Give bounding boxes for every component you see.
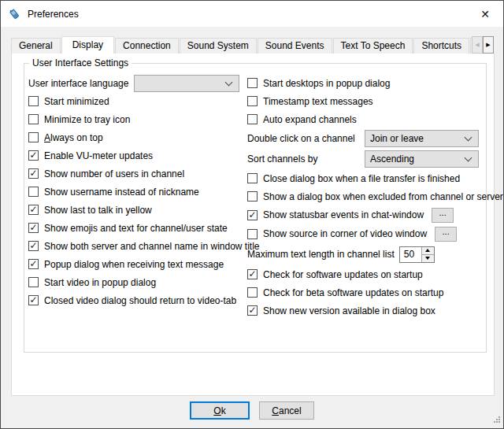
checkbox-label: Show emojis and text for channel/user st… — [44, 223, 228, 234]
checkbox-unchecked[interactable] — [28, 96, 39, 106]
checkbox-label: Always on top — [44, 132, 103, 143]
checkbox-checked[interactable] — [28, 150, 39, 161]
checkbox-label: Check for software updates on startup — [263, 269, 423, 280]
double-click-row: Double click on a channel Join or leave — [247, 128, 479, 149]
right-checklist-top: Start desktops in popup dialogTimestamp … — [247, 74, 479, 128]
language-combobox[interactable] — [134, 75, 239, 92]
checkbox-unchecked[interactable] — [28, 277, 39, 287]
double-click-combobox[interactable]: Join or leave — [365, 130, 479, 147]
checkbox-row: Timestamp text messages — [247, 92, 479, 110]
checkbox-label: Show source in corner of video window — [263, 228, 427, 239]
ellipsis-button[interactable]: ... — [435, 227, 457, 242]
spin-down-button[interactable] — [422, 255, 434, 262]
tab-sound-system[interactable]: Sound System — [180, 38, 257, 54]
checkbox-row: Show source in corner of video window... — [247, 224, 479, 243]
group-title: User Interface Settings — [29, 57, 132, 68]
checkbox-checked[interactable] — [28, 259, 39, 269]
checkbox-unchecked[interactable] — [28, 187, 39, 197]
resize-grip[interactable] — [492, 415, 501, 426]
checkbox-row: Start desktops in popup dialog — [247, 74, 479, 92]
sort-channels-combobox[interactable]: Ascending — [365, 150, 479, 168]
tab-text-to-speech[interactable]: Text To Speech — [333, 38, 413, 54]
tab-bar: GeneralDisplayConnectionSound SystemSoun… — [11, 36, 475, 54]
checkbox-unchecked[interactable] — [247, 96, 258, 106]
checkbox-row: Show a dialog box when excluded from cha… — [247, 187, 479, 205]
tab-scrollers: ◀ ▶ — [472, 36, 494, 54]
checkbox-unchecked[interactable] — [247, 173, 258, 183]
checkbox-label: Popup dialog when receiving text message — [44, 259, 224, 270]
cancel-button[interactable]: Cancel — [259, 401, 314, 420]
checkbox-checked[interactable] — [28, 205, 39, 215]
checkbox-label: Show number of users in channel — [44, 168, 184, 179]
tab-scroll-right-button[interactable]: ▶ — [483, 36, 494, 54]
checkbox-label: Show statusbar events in chat-window — [263, 209, 424, 220]
checkbox-checked[interactable] — [28, 223, 39, 233]
checkbox-row: Close dialog box when a file transfer is… — [247, 169, 479, 187]
checkbox-unchecked[interactable] — [247, 229, 258, 239]
ellipsis-button[interactable]: ... — [432, 208, 454, 223]
checkbox-label: Closed video dialog should return to vid… — [44, 295, 236, 306]
checkbox-label: Timestamp text messages — [263, 96, 373, 107]
spin-down-icon — [425, 257, 430, 260]
tab-scroll-left-button[interactable]: ◀ — [472, 36, 483, 54]
checkbox-row: Show both server and channel name in win… — [28, 237, 239, 255]
max-text-length-value: 50 — [400, 247, 421, 262]
chevron-down-icon — [465, 134, 472, 142]
sort-channels-value: Ascending — [365, 153, 414, 165]
checkbox-checked[interactable] — [28, 295, 39, 305]
checkbox-checked[interactable] — [247, 269, 258, 279]
checkbox-unchecked[interactable] — [28, 132, 39, 142]
checkbox-checked[interactable] — [247, 210, 258, 220]
max-text-length-spinbox[interactable]: 50 — [399, 246, 435, 263]
tab-shortcuts[interactable]: Shortcuts — [413, 38, 469, 54]
ok-button[interactable]: Ok — [190, 401, 250, 420]
checkbox-label: Start minimized — [44, 96, 109, 107]
max-text-length-row: Maximum text length in channel list 50 — [247, 243, 479, 265]
close-button[interactable]: ✕ — [475, 4, 495, 24]
checkbox-checked[interactable] — [247, 305, 258, 316]
checkbox-row: Show emojis and text for channel/user st… — [28, 219, 239, 237]
checkbox-label: Start desktops in popup dialog — [263, 78, 390, 89]
language-row: User interface language — [28, 74, 239, 92]
display-tab-page: User Interface Settings User interface l… — [11, 53, 495, 396]
checkbox-unchecked[interactable] — [247, 114, 258, 124]
window-title: Preferences — [28, 9, 79, 20]
checkbox-row: Always on top — [28, 128, 239, 146]
checkbox-row: Popup dialog when receiving text message — [28, 255, 239, 273]
checkbox-checked[interactable] — [28, 241, 39, 251]
double-click-value: Join or leave — [365, 133, 424, 144]
checkbox-label: Check for beta software updates on start… — [263, 287, 443, 298]
checkbox-row: Check for beta software updates on start… — [247, 283, 479, 301]
checkbox-row: Check for software updates on startup — [247, 265, 479, 283]
tab-sound-events[interactable]: Sound Events — [258, 38, 332, 54]
left-column: User interface language Start minimizedM… — [28, 74, 239, 309]
tab-connection[interactable]: Connection — [115, 38, 179, 54]
checkbox-row: Show last to talk in yellow — [28, 201, 239, 219]
checkbox-checked[interactable] — [28, 168, 39, 179]
checkbox-unchecked[interactable] — [247, 191, 258, 202]
language-label: User interface language — [28, 78, 128, 89]
checkbox-unchecked[interactable] — [28, 114, 39, 124]
tab-general[interactable]: General — [11, 38, 61, 54]
sort-channels-label: Sort channels by — [247, 153, 317, 165]
checkbox-row: Start minimized — [28, 92, 239, 110]
title-bar[interactable]: Preferences ✕ — [1, 1, 503, 27]
sort-channels-row: Sort channels by Ascending — [247, 149, 479, 169]
checkbox-row: Show new version available in dialog box — [247, 301, 479, 320]
checkbox-row: Show number of users in channel — [28, 165, 239, 183]
checkbox-label: Show both server and channel name in win… — [44, 241, 260, 252]
checkbox-label: Enable VU-meter updates — [44, 150, 153, 161]
chevron-down-icon — [465, 154, 472, 162]
spin-up-button[interactable] — [422, 247, 434, 255]
checkbox-label: Minimize to tray icon — [44, 114, 130, 125]
checkbox-label: Close dialog box when a file transfer is… — [263, 173, 460, 184]
footer: Ok Cancel — [1, 401, 503, 420]
chevron-down-icon — [225, 78, 233, 86]
checkbox-unchecked[interactable] — [247, 78, 258, 88]
checkbox-row: Enable VU-meter updates — [28, 146, 239, 165]
checkbox-label: Show username instead of nickname — [44, 187, 199, 198]
checkbox-label: Show a dialog box when excluded from cha… — [263, 191, 503, 202]
tab-display[interactable]: Display — [61, 36, 114, 54]
checkbox-row: Show username instead of nickname — [28, 183, 239, 201]
checkbox-unchecked[interactable] — [247, 287, 258, 298]
